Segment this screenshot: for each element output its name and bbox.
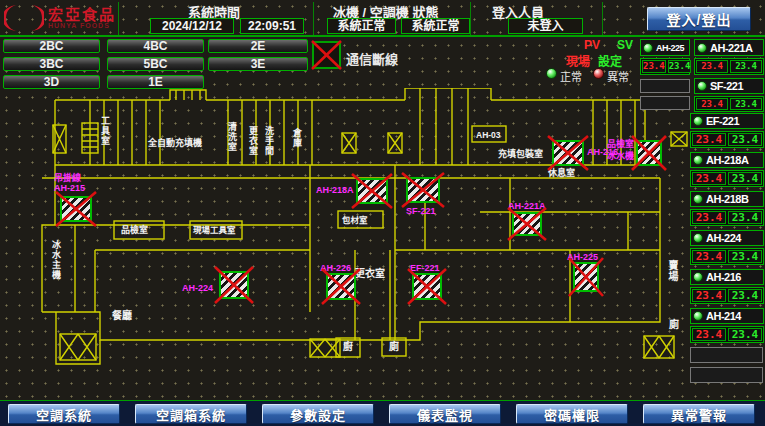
floor-button-3d[interactable]: 3D [3, 75, 100, 89]
brand-logo: 宏亞食品 HUNYA FOODS [4, 3, 116, 33]
room-label: 賣場 [667, 260, 677, 282]
nav-button-password[interactable]: 密碼權限 [516, 404, 628, 424]
bottom-nav-bar: 空調系統 空調箱系統 參數設定 儀表監視 密碼權限 異常警報 [0, 400, 765, 426]
room-label: AH-03 [476, 130, 501, 140]
unit-name: AH-225 [656, 43, 684, 53]
unit-marker-ah226[interactable] [326, 273, 356, 300]
floor-button-5bc[interactable]: 5BC [107, 57, 204, 71]
status-lamp-icon [693, 194, 703, 204]
chiller-status-value: 系統正常 [327, 18, 396, 34]
unit-marker-ah221a[interactable] [512, 212, 542, 236]
room-label: 品檢室 [121, 225, 148, 235]
status-lamp-icon [693, 311, 703, 321]
comm-loss-label: 通信斷線 [346, 49, 398, 68]
room-label: 洗手間 [264, 126, 274, 156]
normal-label: 正常 [560, 68, 582, 84]
unit-row-ah221a[interactable]: AH-221A [694, 39, 764, 56]
unit-values-ah216: 23.4 23.4 [690, 287, 764, 304]
unit-name: AH-218A [706, 154, 748, 166]
hunya-logo-icon [4, 3, 44, 33]
login-logout-button[interactable]: 登入/登出 [647, 7, 751, 31]
empty-slot [640, 79, 690, 93]
unit-marker-sf221[interactable] [406, 177, 440, 203]
unit-row-ah218a[interactable]: AH-218A [690, 152, 764, 168]
unit-name: AH-214 [706, 310, 741, 322]
room-label: 工具室 [100, 116, 110, 146]
unit-row-ah214[interactable]: AH-214 [690, 308, 764, 324]
unit-name: AH-218B [706, 193, 748, 205]
floor-button-2bc[interactable]: 2BC [3, 39, 100, 53]
sv-value: 23.4 [728, 289, 762, 302]
unit-marker-ah225[interactable] [573, 262, 599, 292]
sv-value: 23.4 [730, 60, 762, 73]
pv-value: 23.4 [696, 60, 728, 73]
pv-value: 23.4 [696, 98, 728, 110]
unit-name: AH-224 [706, 232, 741, 244]
nav-button-ac-system[interactable]: 空調系統 [8, 404, 120, 424]
unit-values-sf221: 23.4 23.4 [694, 96, 764, 112]
system-date-value: 2024/12/12 [150, 18, 234, 34]
unit-row-ah216[interactable]: AH-216 [690, 269, 764, 285]
header: 宏亞食品 HUNYA FOODS 系統時間 2024/12/12 22:09:5… [0, 0, 765, 37]
room-label: 餐廳 [112, 311, 132, 321]
sv-value: 23.4 [728, 133, 762, 146]
unit-row-ef221[interactable]: EF-221 [690, 113, 764, 129]
pv-value: 23.4 [692, 172, 726, 185]
abnormal-label: 異常 [607, 68, 629, 84]
nav-button-alarm[interactable]: 異常警報 [643, 404, 755, 424]
nav-button-meter-watch[interactable]: 儀表監視 [389, 404, 501, 424]
unit-values-ah218b: 23.4 23.4 [690, 209, 764, 226]
status-lamp-icon [693, 233, 703, 243]
floor-button-1e[interactable]: 1E [107, 75, 204, 89]
floor-button-4bc[interactable]: 4BC [107, 39, 204, 53]
unit-marker-label: AH-218A [316, 186, 354, 195]
status-lamp-icon [693, 155, 703, 165]
room-label: 廁 [389, 342, 399, 352]
unit-marker-ah216[interactable] [552, 140, 584, 166]
sv-label: SV [617, 38, 633, 52]
pv-label: PV [584, 38, 600, 52]
header-divider [470, 2, 471, 35]
login-status-value: 未登入 [508, 18, 583, 34]
unit-marker-ah224[interactable] [219, 271, 249, 299]
sv-value: 23.4 [728, 172, 762, 185]
floor-button-3e[interactable]: 3E [208, 57, 308, 71]
pv-value: 23.4 [692, 250, 726, 263]
unit-values-ah225: 23.4 23.4 [640, 58, 690, 75]
status-lamp-icon [693, 272, 703, 282]
unit-marker-label: SF-221 [406, 207, 436, 216]
empty-slot [640, 96, 690, 110]
room-label: 現場工具室 [193, 225, 236, 235]
status-lamp-icon [697, 81, 707, 91]
unit-values-ah221a: 23.4 23.4 [694, 58, 764, 75]
room-label: 廁 [669, 320, 679, 330]
floor-button-3bc[interactable]: 3BC [3, 57, 100, 71]
unit-marker-ef221[interactable] [412, 273, 442, 300]
floor-plan-map: 工具室 全自動充填機 清洗室 更衣室 洗手間 倉庫 AH-03 充填包裝室 休息… [0, 88, 688, 400]
sv-value: 23.4 [668, 60, 692, 73]
unit-row-ah218b[interactable]: AH-218B [690, 191, 764, 207]
unit-marker-ah215[interactable] [60, 196, 92, 222]
pv-value: 23.4 [692, 133, 726, 146]
header-divider [313, 2, 314, 35]
unit-row-ah224[interactable]: AH-224 [690, 230, 764, 246]
sv-value: 23.4 [728, 211, 762, 224]
empty-slot [690, 347, 763, 363]
unit-marker-ah218a[interactable] [356, 178, 388, 204]
room-label: 更衣室 [248, 126, 258, 156]
room-label: 廚 [343, 342, 353, 352]
pv-value: 23.4 [692, 289, 726, 302]
header-divider [118, 2, 119, 35]
comm-loss-icon [312, 41, 341, 69]
floor-button-2e[interactable]: 2E [208, 39, 308, 53]
nav-button-param-set[interactable]: 參數設定 [262, 404, 374, 424]
room-label: 清洗室 [227, 122, 237, 152]
unit-row-ah225[interactable]: AH-225 [640, 39, 690, 56]
pv-value: 23.4 [642, 60, 666, 73]
hmi-screen: 宏亞食品 HUNYA FOODS 系統時間 2024/12/12 22:09:5… [0, 0, 765, 426]
unit-marker-top-right[interactable] [636, 140, 662, 166]
normal-lamp-icon [546, 68, 557, 79]
unit-row-sf221[interactable]: SF-221 [694, 78, 764, 94]
setpoint-label-green: 設定 [598, 52, 622, 69]
nav-button-ahu-system[interactable]: 空調箱系統 [135, 404, 247, 424]
